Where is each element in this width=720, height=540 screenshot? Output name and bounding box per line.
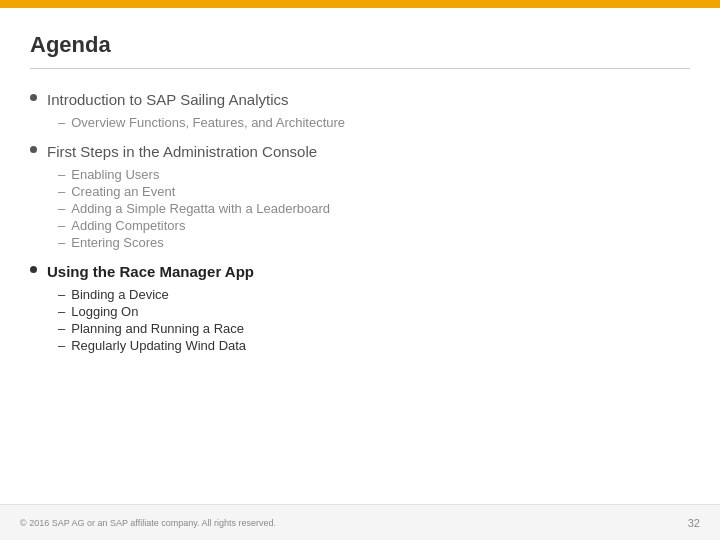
section-racemanager-label: Using the Race Manager App <box>47 261 254 282</box>
bullet-dot-racemanager <box>30 266 37 273</box>
footer: © 2016 SAP AG or an SAP affiliate compan… <box>0 504 720 540</box>
section-racemanager-subitems: Binding a Device Logging On Planning and… <box>30 286 690 354</box>
section-firststeps: First Steps in the Administration Consol… <box>30 141 690 251</box>
section-intro-subitems: Overview Functions, Features, and Archit… <box>30 114 690 131</box>
section-firststeps-label: First Steps in the Administration Consol… <box>47 141 317 162</box>
divider <box>30 68 690 69</box>
page-title: Agenda <box>30 32 690 58</box>
sub-item-entering-scores: Entering Scores <box>58 234 690 251</box>
sub-item-planning-race: Planning and Running a Race <box>58 320 690 337</box>
sub-item-adding-regatta: Adding a Simple Regatta with a Leaderboa… <box>58 200 690 217</box>
sub-item-binding-device: Binding a Device <box>58 286 690 303</box>
section-firststeps-header: First Steps in the Administration Consol… <box>30 141 690 162</box>
sub-item-overview: Overview Functions, Features, and Archit… <box>58 114 690 131</box>
bullet-dot-firststeps <box>30 146 37 153</box>
footer-page: 32 <box>688 517 700 529</box>
sub-item-updating-wind: Regularly Updating Wind Data <box>58 337 690 354</box>
footer-copyright: © 2016 SAP AG or an SAP affiliate compan… <box>20 518 276 528</box>
sub-item-logging-on: Logging On <box>58 303 690 320</box>
section-racemanager: Using the Race Manager App Binding a Dev… <box>30 261 690 354</box>
sub-item-creating-event: Creating an Event <box>58 183 690 200</box>
section-racemanager-header: Using the Race Manager App <box>30 261 690 282</box>
section-firststeps-subitems: Enabling Users Creating an Event Adding … <box>30 166 690 251</box>
sub-item-enabling-users: Enabling Users <box>58 166 690 183</box>
section-intro: Introduction to SAP Sailing Analytics Ov… <box>30 89 690 131</box>
content-area: Agenda Introduction to SAP Sailing Analy… <box>0 8 720 376</box>
sub-item-adding-competitors: Adding Competitors <box>58 217 690 234</box>
section-intro-header: Introduction to SAP Sailing Analytics <box>30 89 690 110</box>
section-intro-label: Introduction to SAP Sailing Analytics <box>47 89 289 110</box>
agenda-list: Introduction to SAP Sailing Analytics Ov… <box>30 89 690 354</box>
bullet-dot-intro <box>30 94 37 101</box>
top-bar <box>0 0 720 8</box>
